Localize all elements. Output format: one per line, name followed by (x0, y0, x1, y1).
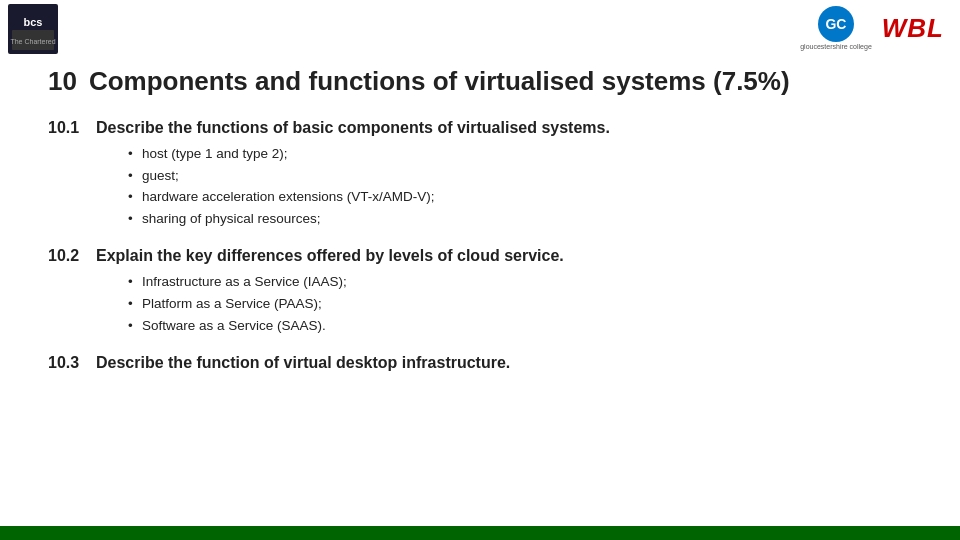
section-10-3-number: 10.3 (48, 354, 86, 372)
main-title-number: 10 (48, 66, 77, 97)
section-10-1-title: Describe the functions of basic componen… (96, 119, 610, 137)
svg-text:bcs: bcs (24, 16, 43, 28)
logo-right: GC gloucestershire college WBL (800, 6, 944, 51)
list-item: Platform as a Service (PAAS); (128, 293, 912, 315)
section-10-1: 10.1 Describe the functions of basic com… (48, 119, 912, 229)
svg-text:The Chartered: The Chartered (10, 38, 55, 45)
section-10-3: 10.3 Describe the function of virtual de… (48, 354, 912, 372)
section-10-2-bullets: Infrastructure as a Service (IAAS); Plat… (128, 271, 912, 336)
section-10-2-number: 10.2 (48, 247, 86, 265)
main-title: 10 Components and functions of virtualis… (48, 66, 912, 97)
list-item: hardware acceleration extensions (VT-x/A… (128, 186, 912, 208)
section-10-1-bullets: host (type 1 and type 2); guest; hardwar… (128, 143, 912, 229)
bcs-logo: bcs The Chartered (8, 4, 58, 54)
section-10-3-title: Describe the function of virtual desktop… (96, 354, 510, 372)
main-title-text: Components and functions of virtualised … (89, 66, 790, 97)
gc-logo: GC gloucestershire college (800, 6, 872, 51)
main-content: 10 Components and functions of virtualis… (0, 56, 960, 400)
gc-subtitle: gloucestershire college (800, 43, 872, 51)
list-item: guest; (128, 165, 912, 187)
section-10-1-number: 10.1 (48, 119, 86, 137)
section-10-3-header: 10.3 Describe the function of virtual de… (48, 354, 912, 372)
list-item: sharing of physical resources; (128, 208, 912, 230)
top-bar: bcs The Chartered GC gloucestershire col… (0, 0, 960, 56)
list-item: Infrastructure as a Service (IAAS); (128, 271, 912, 293)
wbl-logo: WBL (882, 13, 944, 44)
gc-initials: GC (825, 16, 846, 33)
section-10-1-header: 10.1 Describe the functions of basic com… (48, 119, 912, 137)
list-item: host (type 1 and type 2); (128, 143, 912, 165)
bottom-bar (0, 526, 960, 540)
section-10-2-header: 10.2 Explain the key differences offered… (48, 247, 912, 265)
section-10-2-title: Explain the key differences offered by l… (96, 247, 564, 265)
section-10-2: 10.2 Explain the key differences offered… (48, 247, 912, 336)
list-item: Software as a Service (SAAS). (128, 315, 912, 337)
